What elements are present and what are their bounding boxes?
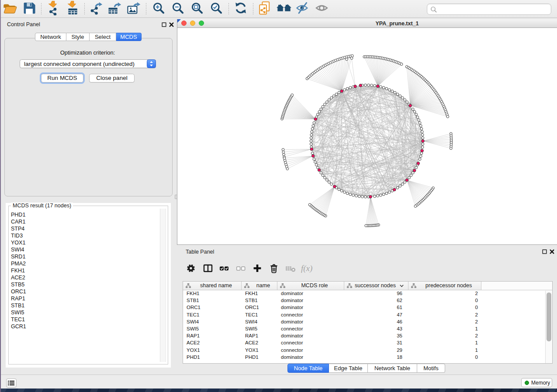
network-hub-node[interactable]	[377, 85, 380, 88]
network-hub-node[interactable]	[405, 179, 408, 182]
network-node[interactable]	[399, 185, 401, 187]
network-satellite-node[interactable]	[283, 153, 285, 156]
network-hub-node[interactable]	[393, 188, 396, 191]
network-node[interactable]	[310, 137, 312, 139]
network-titlebar[interactable]: YPA_prune.txt_1	[177, 19, 557, 28]
network-hub-node[interactable]	[333, 185, 336, 188]
network-node[interactable]	[415, 166, 418, 169]
network-node[interactable]	[332, 95, 335, 97]
mcds-result-item[interactable]: YOX1	[9, 239, 158, 246]
table-row-swi5[interactable]: SWI5SWI5connector431	[183, 326, 552, 333]
zoom-selected-icon[interactable]	[209, 1, 224, 16]
network-node[interactable]	[312, 124, 315, 127]
mcds-result-item[interactable]: STB1	[9, 302, 158, 309]
table-row-fkh1[interactable]: FKH1FKH1dominator962	[183, 290, 552, 297]
network-hub-node[interactable]	[369, 195, 372, 198]
network-node[interactable]	[419, 124, 422, 127]
network-node[interactable]	[325, 179, 328, 181]
network-node[interactable]	[410, 174, 412, 177]
network-node[interactable]	[420, 152, 423, 155]
control-panel-float-icon[interactable]	[162, 22, 166, 27]
close-traffic-light[interactable]	[181, 21, 187, 26]
table-panel-float-icon[interactable]	[542, 249, 547, 254]
network-node[interactable]	[346, 87, 349, 90]
network-node[interactable]	[421, 134, 424, 136]
network-satellite-node[interactable]	[450, 147, 452, 150]
network-node[interactable]	[330, 96, 333, 99]
mcds-result-item[interactable]: PMA2	[9, 260, 158, 267]
network-node[interactable]	[346, 192, 349, 195]
network-node[interactable]	[385, 87, 388, 90]
network-node[interactable]	[388, 191, 391, 193]
network-node[interactable]	[394, 91, 396, 94]
table-tab-motifs[interactable]: Motifs	[417, 364, 445, 373]
network-node[interactable]	[343, 191, 346, 193]
mcds-result-item[interactable]: SWI5	[9, 309, 158, 316]
network-node[interactable]	[364, 84, 367, 86]
network-node[interactable]	[330, 183, 333, 186]
network-node[interactable]	[320, 108, 322, 110]
table-scrollbar[interactable]	[545, 291, 552, 363]
zoom-in-icon[interactable]	[151, 1, 166, 16]
table-row-ace2[interactable]: ACE2ACE2connector311	[183, 340, 552, 347]
network-node[interactable]	[374, 84, 376, 87]
show-all-icon[interactable]	[315, 2, 329, 16]
table-panel-close-icon[interactable]	[550, 249, 554, 254]
network-node[interactable]	[382, 193, 385, 196]
network-node[interactable]	[318, 110, 321, 113]
network-hub-node[interactable]	[340, 89, 343, 93]
network-node[interactable]	[420, 127, 423, 130]
network-hub-node[interactable]	[318, 168, 321, 172]
network-node[interactable]	[349, 86, 352, 89]
network-node[interactable]	[355, 195, 358, 197]
column-header-shared-name[interactable]: shared name	[183, 282, 242, 290]
add-column-icon[interactable]	[253, 264, 262, 275]
table-row-phd1[interactable]: PHD1PHD1dominator180	[183, 354, 552, 361]
zoom-out-icon[interactable]	[170, 1, 185, 16]
network-node[interactable]	[391, 90, 394, 93]
zoom-traffic-light[interactable]	[199, 21, 204, 26]
table-scrollbar-thumb[interactable]	[547, 292, 551, 341]
delete-column-icon[interactable]	[269, 263, 279, 275]
deselect-all-columns-icon[interactable]	[235, 264, 246, 275]
mcds-result-item[interactable]: STP4	[9, 225, 158, 232]
table-row-rap1[interactable]: RAP1RAP1dominator352	[183, 333, 552, 340]
network-node[interactable]	[313, 122, 315, 124]
network-node[interactable]	[406, 101, 408, 103]
network-node[interactable]	[358, 195, 361, 198]
network-hub-node[interactable]	[409, 104, 412, 107]
export-image-icon[interactable]	[126, 0, 142, 17]
network-satellite-node[interactable]	[291, 94, 294, 96]
mcds-result-item[interactable]: CAR1	[9, 218, 158, 225]
control-tab-style[interactable]: Style	[66, 33, 90, 41]
mcds-result-item[interactable]: STB5	[9, 281, 158, 288]
network-hub-node[interactable]	[310, 148, 313, 151]
table-row-swi4[interactable]: SWI4SWI4dominator462	[183, 319, 552, 326]
network-node[interactable]	[421, 131, 423, 133]
network-node[interactable]	[314, 161, 317, 163]
column-header-predecessor-nodes[interactable]: predecessor nodes	[408, 282, 481, 290]
network-node[interactable]	[382, 86, 385, 89]
network-node[interactable]	[370, 84, 373, 87]
network-node[interactable]	[352, 194, 355, 196]
minimize-traffic-light[interactable]	[190, 21, 195, 26]
zoom-fit-icon[interactable]	[190, 1, 204, 16]
network-hub-node[interactable]	[422, 140, 425, 143]
hide-selected-icon[interactable]	[295, 0, 310, 17]
import-table-icon[interactable]	[65, 0, 80, 17]
network-satellite-node[interactable]	[365, 224, 367, 227]
network-node[interactable]	[310, 143, 312, 145]
network-node[interactable]	[399, 95, 401, 97]
column-header-mcds-role[interactable]: MCDS role	[277, 282, 344, 290]
network-satellite-node[interactable]	[308, 203, 311, 206]
network-satellite-node[interactable]	[400, 63, 403, 65]
network-node[interactable]	[380, 86, 382, 88]
network-node[interactable]	[310, 134, 313, 136]
network-node[interactable]	[401, 183, 404, 186]
network-node[interactable]	[422, 137, 424, 139]
network-satellite-node[interactable]	[414, 205, 417, 207]
network-node[interactable]	[361, 196, 364, 198]
network-node[interactable]	[419, 155, 422, 158]
network-node[interactable]	[421, 146, 424, 148]
refresh-layout-icon[interactable]	[233, 1, 248, 16]
